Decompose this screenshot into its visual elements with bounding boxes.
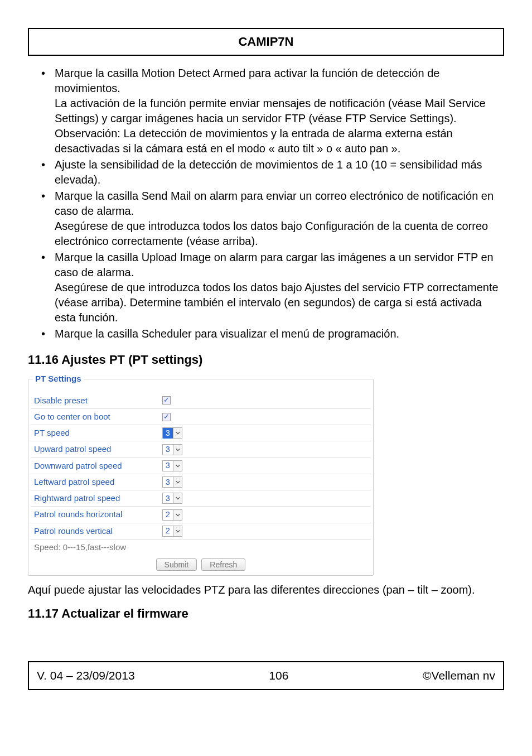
pt-label: Upward patrol speed [34, 444, 162, 455]
select-up-speed[interactable]: 3 [162, 444, 182, 455]
list-item-text: Marque la casilla Upload Image on alarm … [55, 251, 499, 324]
checkbox-disable-preset[interactable] [162, 396, 171, 405]
select-left-speed[interactable]: 3 [162, 476, 182, 488]
pt-label: Rightward patrol speed [34, 493, 162, 504]
pt-row-disable-preset: Disable preset [31, 393, 371, 409]
submit-button[interactable]: Submit [156, 558, 197, 571]
pt-row-rounds-horizontal: Patrol rounds horizontal 2 [31, 507, 371, 523]
select-value: 3 [163, 460, 173, 471]
chevron-down-icon [173, 493, 182, 503]
section-heading-11-17: 11.17 Actualizar el firmware [28, 605, 504, 622]
pt-row-up-speed: Upward patrol speed 3 [31, 441, 371, 458]
pt-speed-note: Speed: 0---15,fast---slow [34, 542, 126, 553]
header-title: CAMIP7N [238, 35, 293, 49]
list-item: Marque la casilla Upload Image on alarm … [55, 250, 504, 325]
page-footer: V. 04 – 23/09/2013 106 ©Velleman nv [28, 661, 504, 690]
page-header: CAMIP7N [28, 28, 504, 56]
chevron-down-icon [173, 461, 182, 471]
pt-speed-note-row: Speed: 0---15,fast---slow [31, 540, 371, 555]
list-item: Ajuste la sensibilidad de la detección d… [55, 157, 504, 187]
refresh-button[interactable]: Refresh [201, 558, 245, 571]
list-item: Marque la casilla Motion Detect Armed pa… [55, 66, 504, 156]
list-item-text: Marque la casilla Scheduler para visuali… [55, 328, 399, 340]
chevron-down-icon [173, 526, 182, 536]
select-down-speed[interactable]: 3 [162, 460, 182, 471]
pt-label: Patrol rounds vertical [34, 526, 162, 537]
pt-row-left-speed: Leftward patrol speed 3 [31, 474, 371, 490]
select-value: 3 [163, 444, 173, 455]
pt-row-right-speed: Rightward patrol speed 3 [31, 490, 371, 507]
pt-row-down-speed: Downward patrol speed 3 [31, 458, 371, 474]
list-item: Marque la casilla Send Mail on alarm par… [55, 189, 504, 249]
pt-label: Downward patrol speed [34, 460, 162, 471]
pt-label: Disable preset [34, 395, 162, 406]
list-item-text: Marque la casilla Motion Detect Armed pa… [55, 67, 486, 155]
chevron-down-icon [173, 428, 182, 438]
select-pt-speed[interactable]: 3 [162, 427, 182, 439]
select-value: 3 [163, 428, 173, 439]
pt-label: PT speed [34, 427, 162, 439]
select-value: 2 [163, 526, 173, 536]
section-heading-11-16: 11.16 Ajustes PT (PT settings) [28, 351, 504, 368]
pt-row-rounds-vertical: Patrol rounds vertical 2 [31, 523, 371, 540]
pt-row-pt-speed: PT speed 3 [31, 425, 371, 441]
pt-settings-panel: PT Settings Disable preset Go to center … [28, 373, 374, 576]
list-item-text: Marque la casilla Send Mail on alarm par… [55, 190, 494, 247]
select-right-speed[interactable]: 3 [162, 493, 182, 504]
pt-settings-fieldset: PT Settings Disable preset Go to center … [28, 373, 374, 576]
pt-settings-legend: PT Settings [33, 373, 84, 384]
footer-right: ©Velleman nv [423, 668, 495, 683]
checkbox-go-center[interactable] [162, 413, 171, 421]
select-value: 3 [163, 477, 173, 488]
select-value: 2 [163, 509, 173, 520]
chevron-down-icon [173, 477, 182, 487]
list-item-text: Ajuste la sensibilidad de la detección d… [55, 158, 482, 186]
chevron-down-icon [173, 445, 182, 455]
footer-left: V. 04 – 23/09/2013 [37, 668, 135, 683]
select-rounds-horizontal[interactable]: 2 [162, 509, 182, 521]
pt-label: Patrol rounds horizontal [34, 509, 162, 520]
pt-label: Go to center on boot [34, 411, 162, 422]
pt-row-go-center: Go to center on boot [31, 409, 371, 425]
list-item: Marque la casilla Scheduler para visuali… [55, 326, 504, 341]
bullet-list: Marque la casilla Motion Detect Armed pa… [28, 66, 504, 341]
pt-button-row: Submit Refresh [31, 558, 371, 571]
footer-center: 106 [269, 668, 288, 683]
select-value: 3 [163, 493, 173, 504]
select-rounds-vertical[interactable]: 2 [162, 526, 182, 537]
after-pt-text: Aquí puede ajustar las velocidades PTZ p… [28, 582, 504, 598]
pt-label: Leftward patrol speed [34, 476, 162, 488]
chevron-down-icon [173, 510, 182, 520]
